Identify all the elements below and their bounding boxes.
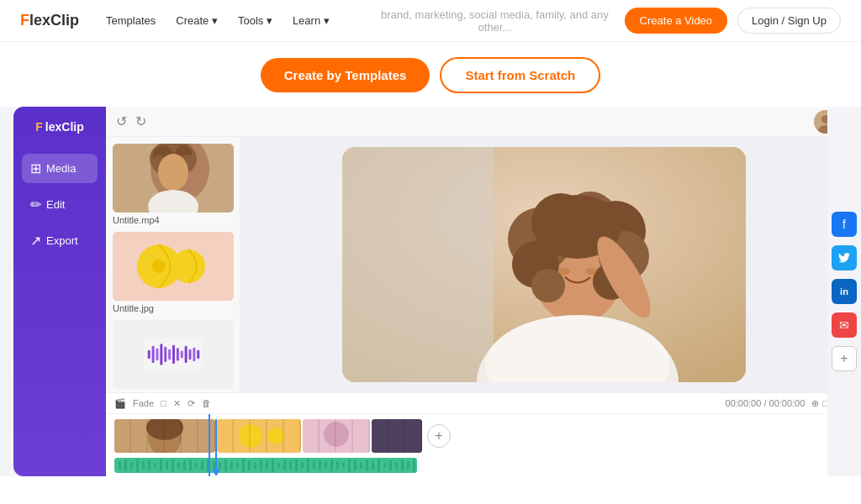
svg-point-47 (585, 268, 597, 275)
media-thumb-audio[interactable] (113, 320, 234, 389)
nav-create[interactable]: Create ▾ (176, 14, 218, 27)
preview-box[interactable] (342, 147, 746, 382)
clip-dark[interactable] (372, 419, 422, 453)
timeline-fade-label: Fade (133, 398, 154, 408)
svg-rect-75 (213, 461, 215, 470)
top-navigation: FlexClip Templates Create ▾ Tools ▾ Lear… (0, 0, 861, 42)
sidebar-item-edit[interactable]: ✏ Edit (22, 190, 98, 219)
svg-rect-86 (277, 463, 280, 468)
nav-learn[interactable]: Learn ▾ (293, 14, 330, 27)
email-button[interactable]: ✉ (832, 312, 857, 338)
svg-rect-20 (160, 344, 162, 365)
svg-rect-88 (289, 461, 292, 470)
svg-rect-71 (189, 459, 192, 471)
timeline-tracks: + (106, 414, 848, 476)
svg-rect-24 (177, 348, 179, 361)
svg-rect-22 (168, 349, 171, 360)
nav-templates[interactable]: Templates (106, 14, 156, 27)
twitter-icon (838, 253, 850, 263)
svg-rect-106 (395, 462, 398, 469)
svg-rect-108 (407, 461, 409, 470)
twitter-button[interactable] (832, 245, 857, 270)
media-label-video: Untitle.mp4 (113, 215, 233, 225)
sidebar-media-label: Media (46, 162, 76, 175)
brand-logo[interactable]: FlexClip (20, 12, 79, 29)
tabs-row: Create by Templates Start from Scratch (0, 42, 861, 107)
svg-rect-84 (266, 461, 268, 470)
svg-rect-81 (248, 460, 251, 470)
svg-point-10 (158, 154, 188, 191)
svg-point-15 (172, 249, 205, 283)
svg-rect-26 (185, 346, 188, 363)
svg-rect-91 (307, 459, 309, 472)
svg-rect-70 (183, 460, 186, 470)
track-add-button[interactable]: + (427, 424, 451, 448)
facebook-button[interactable]: f (832, 212, 857, 237)
svg-rect-95 (330, 459, 333, 471)
svg-rect-27 (189, 349, 192, 360)
media-label-image: Untitle.jpg (113, 303, 233, 313)
clip-pink[interactable] (303, 419, 370, 453)
editor-sidebar: FlexClip ⊞ Media ✏ Edit ↗ Export (13, 107, 106, 476)
svg-rect-87 (283, 460, 286, 470)
nav-actions: Create a Video Login / Sign Up (625, 8, 841, 34)
media-icon: ⊞ (30, 160, 41, 176)
timeline-time-display: 00:00:00 / 00:00:00 (726, 398, 806, 408)
preview-image (342, 147, 746, 382)
svg-rect-99 (354, 460, 357, 470)
clip-woman[interactable] (114, 419, 215, 453)
media-thumb-image[interactable] (113, 232, 234, 301)
svg-rect-66 (160, 459, 162, 471)
svg-rect-104 (383, 463, 386, 468)
login-button[interactable]: Login / Sign Up (737, 8, 841, 34)
nav-links: Templates Create ▾ Tools ▾ Learn ▾ (106, 14, 365, 27)
sidebar-item-media[interactable]: ⊞ Media (22, 154, 98, 183)
zoom-add-btn[interactable]: ⊕ (811, 398, 819, 409)
create-by-templates-tab[interactable]: Create by Templates (261, 58, 430, 92)
clip-lemon[interactable] (217, 419, 301, 453)
svg-rect-107 (401, 459, 404, 471)
svg-rect-63 (142, 461, 145, 470)
media-thumb-video[interactable] (113, 144, 234, 213)
svg-rect-105 (389, 460, 392, 470)
start-from-scratch-tab[interactable]: Start from Scratch (440, 57, 600, 93)
timeline-layout-btn[interactable]: □ (161, 398, 166, 408)
editor-toolbar: ↺ ↻ (106, 107, 848, 137)
create-video-button[interactable]: Create a Video (625, 8, 728, 34)
svg-point-42 (531, 269, 565, 302)
linkedin-button[interactable]: in (832, 279, 857, 304)
audio-waveform-track (114, 458, 417, 473)
svg-rect-78 (230, 461, 233, 470)
content-area: Untitle.mp4 (106, 137, 848, 392)
audio-track-row (114, 458, 839, 473)
undo-button[interactable]: ↺ (116, 113, 127, 129)
timeline-rotate-btn[interactable]: ⟳ (188, 398, 195, 409)
timeline-scene-btn[interactable]: 🎬 (114, 398, 126, 409)
svg-rect-17 (148, 350, 151, 360)
nav-tools[interactable]: Tools ▾ (238, 14, 272, 27)
toolbar-left: ↺ ↻ (116, 113, 146, 129)
editor-main: ↺ ↻ (106, 107, 848, 476)
svg-rect-68 (172, 459, 174, 472)
timeline-delete-btn[interactable]: 🗑 (202, 398, 211, 408)
audio-track[interactable] (114, 458, 417, 473)
svg-rect-61 (130, 462, 133, 469)
svg-rect-72 (195, 463, 198, 468)
svg-rect-103 (378, 459, 380, 472)
svg-rect-85 (272, 459, 274, 472)
svg-rect-98 (348, 459, 351, 472)
sidebar-logo-f: F (35, 120, 43, 134)
timeline-cut-btn[interactable]: ✕ (173, 398, 181, 409)
redo-button[interactable]: ↻ (135, 113, 146, 129)
timeline-toolbar: 🎬 Fade □ ✕ ⟳ 🗑 00:00:00 / 00:00:00 ⊕ □ ⊞ (106, 393, 848, 414)
svg-rect-25 (181, 351, 183, 359)
video-thumbnail (113, 144, 234, 213)
svg-rect-89 (295, 459, 298, 471)
svg-rect-67 (166, 461, 168, 470)
svg-rect-92 (313, 461, 315, 470)
svg-rect-93 (319, 460, 321, 470)
sidebar-item-export[interactable]: ↗ Export (22, 226, 98, 255)
more-button[interactable]: + (832, 346, 857, 371)
svg-rect-18 (152, 346, 155, 363)
sidebar-export-label: Export (46, 234, 78, 247)
